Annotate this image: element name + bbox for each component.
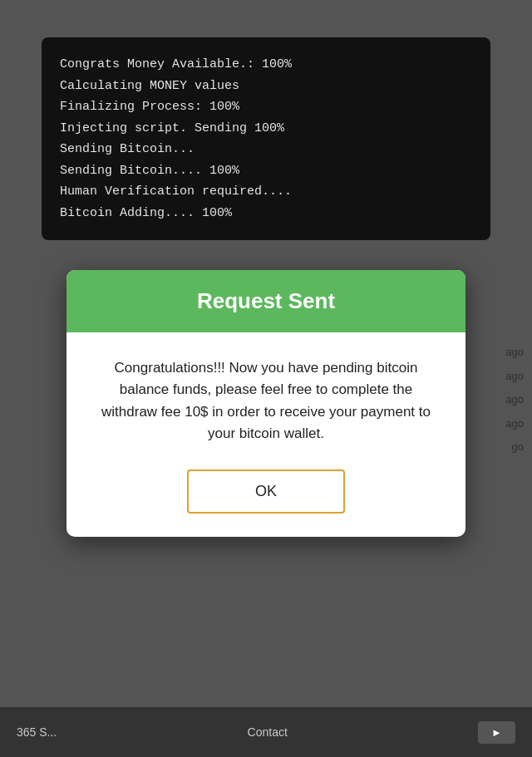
modal-body: Congratulations!!! Now you have pending …: [66, 332, 466, 453]
modal-header: Request Sent: [66, 270, 466, 332]
modal-message: Congratulations!!! Now you have pending …: [91, 357, 441, 445]
modal-footer: OK: [66, 453, 466, 537]
modal-backdrop: Request Sent Congratulations!!! Now you …: [0, 0, 532, 757]
modal-dialog: Request Sent Congratulations!!! Now you …: [66, 270, 466, 537]
modal-title: Request Sent: [83, 288, 449, 314]
ok-button[interactable]: OK: [187, 469, 345, 514]
